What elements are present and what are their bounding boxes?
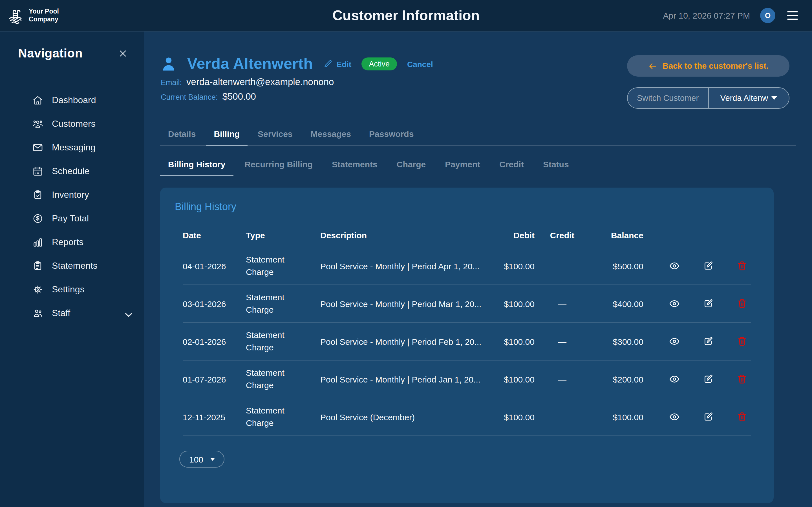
sidebar-item-settings[interactable]: Settings — [0, 278, 144, 301]
clipboard-check-icon — [32, 189, 43, 201]
arrow-left-icon — [648, 61, 658, 71]
sidebar-item-label: Settings — [52, 284, 85, 295]
sidebar-item-statements[interactable]: Statements — [0, 254, 144, 278]
subtab-payment[interactable]: Payment — [437, 154, 488, 176]
cell-date: 04-01-2026 — [183, 261, 246, 271]
edit-icon — [703, 336, 714, 347]
subtab-charge[interactable]: Charge — [389, 154, 434, 176]
cell-description: Pool Service (December) — [320, 412, 483, 421]
gear-icon — [32, 284, 43, 295]
customer-summary: Verda Altenwerth Edit Active Cancel Emai… — [160, 55, 433, 102]
subtab-billing-history[interactable]: Billing History — [160, 154, 233, 176]
subtab-statements[interactable]: Statements — [324, 154, 386, 176]
cell-debit: $100.00 — [483, 261, 537, 271]
sidebar-item-label: Schedule — [52, 166, 89, 176]
edit-row-button[interactable] — [703, 374, 714, 385]
email-label: Email: — [161, 78, 182, 87]
caret-down-icon — [210, 458, 214, 460]
dollar-circle-icon — [32, 213, 43, 224]
caret-down-icon — [771, 96, 777, 100]
table-row: 02-01-2026 Statement Charge Pool Service… — [183, 322, 751, 360]
edit-icon — [703, 411, 714, 422]
back-button-label: Back to the customer's list. — [663, 61, 769, 70]
cancel-button[interactable]: Cancel — [407, 59, 433, 68]
tab-messages[interactable]: Messages — [303, 123, 359, 145]
cell-debit: $100.00 — [483, 412, 537, 421]
delete-button[interactable] — [737, 374, 748, 385]
avatar-initial: O — [765, 11, 770, 20]
cell-debit: $100.00 — [483, 374, 537, 384]
view-button[interactable] — [669, 336, 680, 347]
billing-subtabs: Billing History Recurring Billing Statem… — [160, 154, 796, 176]
close-icon[interactable] — [117, 48, 129, 59]
sidebar-item-inventory[interactable]: Inventory — [0, 183, 144, 207]
view-button[interactable] — [669, 298, 680, 309]
company-logo[interactable]: Your Pool Company — [0, 6, 130, 24]
users-icon — [32, 118, 43, 129]
edit-button[interactable]: Edit — [323, 59, 352, 69]
subtab-credit[interactable]: Credit — [492, 154, 532, 176]
page-size-select[interactable]: 100 — [179, 451, 224, 467]
sidebar-item-messaging[interactable]: Messaging — [0, 136, 144, 159]
cell-balance: $300.00 — [588, 337, 647, 346]
delete-button[interactable] — [737, 336, 748, 347]
sidebar: Navigation Dashboard — [0, 32, 144, 507]
user-avatar[interactable]: O — [760, 8, 775, 23]
pencil-icon — [323, 59, 333, 69]
page-size-value: 100 — [189, 454, 203, 464]
back-to-customers-button[interactable]: Back to the customer's list. — [627, 55, 790, 76]
table-row: 04-01-2026 Statement Charge Pool Service… — [183, 247, 751, 284]
sidebar-item-label: Inventory — [52, 190, 89, 200]
hamburger-menu-icon[interactable] — [785, 10, 800, 21]
table-header-row: Date Type Description Debit Credit Balan… — [183, 223, 751, 247]
view-button[interactable] — [669, 374, 680, 385]
customer-header: Verda Altenwerth Edit Active Cancel Emai… — [160, 55, 796, 109]
logo-text-line2: Company — [29, 15, 59, 23]
cell-type: Statement Charge — [246, 405, 320, 429]
edit-row-button[interactable] — [703, 411, 714, 422]
staff-icon — [32, 307, 43, 319]
edit-row-button[interactable] — [703, 336, 714, 347]
sidebar-item-staff[interactable]: Staff — [0, 301, 144, 325]
cell-balance: $400.00 — [588, 299, 647, 308]
cell-balance: $200.00 — [588, 374, 647, 384]
tab-details[interactable]: Details — [160, 123, 204, 145]
subtab-recurring-billing[interactable]: Recurring Billing — [237, 154, 320, 176]
customer-select[interactable]: Verda Altenw — [709, 94, 789, 103]
customer-actions: Back to the customer's list. Switch Cust… — [627, 55, 790, 109]
sidebar-item-reports[interactable]: Reports — [0, 230, 144, 254]
delete-button[interactable] — [737, 298, 748, 309]
sidebar-item-customers[interactable]: Customers — [0, 112, 144, 136]
table-end-divider — [183, 436, 751, 436]
subtab-status[interactable]: Status — [535, 154, 577, 176]
person-icon — [160, 55, 177, 72]
delete-button[interactable] — [737, 411, 748, 422]
trash-icon — [737, 374, 748, 385]
switch-customer-control[interactable]: Switch Customer Verda Altenw — [627, 87, 790, 109]
sidebar-item-pay-total[interactable]: Pay Total — [0, 207, 144, 230]
sidebar-item-dashboard[interactable]: Dashboard — [0, 89, 144, 112]
cell-type: Statement Charge — [246, 329, 320, 354]
view-button[interactable] — [669, 411, 680, 422]
email-value: verda-altenwerth@example.nonono — [186, 76, 334, 87]
sidebar-item-label: Statements — [52, 261, 98, 271]
tab-billing[interactable]: Billing — [206, 123, 248, 145]
tab-passwords[interactable]: Passwords — [361, 123, 421, 145]
cell-credit: — — [537, 261, 588, 271]
eye-icon — [669, 336, 680, 347]
billing-history-card: Billing History Date Type Description De… — [160, 187, 774, 503]
sidebar-item-schedule[interactable]: Schedule — [0, 159, 144, 183]
sidebar-item-label: Pay Total — [52, 214, 89, 224]
edit-row-button[interactable] — [703, 260, 714, 272]
calendar-icon — [32, 166, 43, 177]
sidebar-nav: Dashboard Customers Me — [0, 89, 144, 325]
edit-row-button[interactable] — [703, 298, 714, 309]
cell-credit: — — [537, 337, 588, 346]
sidebar-item-label: Customers — [52, 119, 96, 129]
view-button[interactable] — [669, 260, 680, 272]
switch-customer-label: Switch Customer — [627, 94, 708, 103]
delete-button[interactable] — [737, 260, 748, 272]
tab-services[interactable]: Services — [250, 123, 300, 145]
balance-value: $500.00 — [222, 91, 256, 102]
balance-label: Current Balance: — [161, 93, 218, 101]
